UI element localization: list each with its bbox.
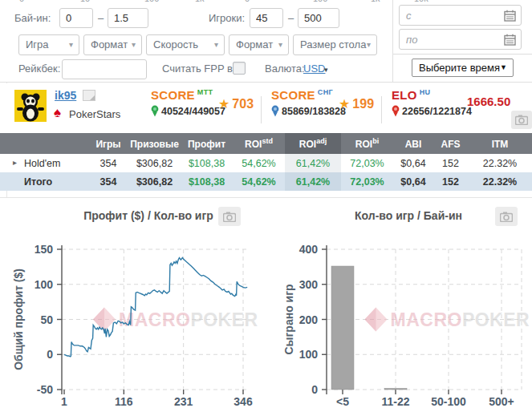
scale-label: 1k bbox=[371, 0, 380, 3]
games-bar-chart: 4003002001000<511-2250-100500+MACROPOKER… bbox=[277, 203, 532, 411]
cell: $108,38 bbox=[181, 154, 233, 172]
dropdown-value: Скорость bbox=[153, 38, 198, 50]
cell: 152 bbox=[433, 172, 468, 191]
camera-screenshot-button[interactable] bbox=[511, 111, 532, 129]
currency-value-link[interactable]: USD bbox=[303, 59, 325, 79]
header-roi-std: ROIstd bbox=[233, 133, 285, 154]
speed-dropdown[interactable]: Скорость▾ bbox=[146, 34, 225, 55]
dropdown-value: Игра bbox=[26, 38, 49, 50]
star-icon: ★ bbox=[339, 97, 350, 111]
note-icon[interactable] bbox=[83, 90, 95, 101]
chevron-down-icon: ▾ bbox=[214, 35, 218, 55]
svg-text:300: 300 bbox=[299, 278, 319, 291]
score-mtt-stars: ★703 bbox=[218, 96, 254, 111]
scale-label: 10k bbox=[414, 0, 428, 3]
score-sup: MTT bbox=[197, 88, 213, 96]
header-profit: Профит bbox=[181, 133, 233, 154]
scale-label: 100 bbox=[313, 0, 327, 3]
svg-text:50-100: 50-100 bbox=[431, 395, 466, 408]
chevron-down-icon: ▾ bbox=[132, 35, 136, 55]
svg-text:100: 100 bbox=[35, 278, 54, 291]
panel-divider bbox=[393, 54, 532, 55]
calendar-icon[interactable] bbox=[504, 10, 516, 22]
header-itm: ITM bbox=[468, 133, 532, 154]
time-select[interactable]: Выберите время▼ bbox=[412, 59, 514, 77]
score-label: ELO bbox=[392, 88, 417, 102]
players-max-input[interactable] bbox=[298, 8, 339, 28]
calendar-icon[interactable] bbox=[504, 34, 516, 46]
table-row-holdem[interactable]: ▸Hold'em 354 $306,82 $108,38 54,62% 61,4… bbox=[0, 154, 532, 172]
divider bbox=[381, 96, 382, 123]
rakeback-label: Рейкбек: bbox=[18, 59, 60, 79]
svg-text:231: 231 bbox=[174, 395, 193, 408]
range-dash: – bbox=[98, 8, 104, 29]
player-summary: ik95 ♠ PokerStars SCOREMTT 40524/449057 … bbox=[0, 83, 532, 133]
dropdown-value: Формат bbox=[236, 38, 273, 50]
cell: 54,62% bbox=[233, 154, 285, 172]
score-label: SCORE bbox=[271, 88, 315, 102]
buyin-min-input[interactable] bbox=[59, 8, 93, 28]
score-label: SCORE bbox=[151, 88, 195, 102]
scale-label: 0 bbox=[19, 0, 24, 3]
header-afs: AFS bbox=[433, 133, 468, 154]
scale-label: 10 bbox=[80, 0, 90, 3]
svg-text:400: 400 bbox=[299, 243, 319, 256]
table-header-row: Игры Призовые Профит ROIstd ROIadj ROIbi… bbox=[0, 133, 532, 154]
chevron-down-icon: ▼ bbox=[500, 59, 507, 76]
cell: 354 bbox=[88, 154, 128, 172]
cell: 54,62% bbox=[233, 172, 285, 191]
elo-value: 1666.50 bbox=[467, 95, 510, 108]
cell: 61,42% bbox=[285, 172, 341, 191]
medal-icon bbox=[151, 105, 159, 117]
currency-label: Валюта: bbox=[265, 59, 305, 79]
svg-text:100: 100 bbox=[299, 348, 319, 361]
macropoker-stats-page: 0 10 100 1k 0 100 1k 10k Бай-ин: – Игрок… bbox=[0, 0, 532, 416]
expand-arrow-icon[interactable]: ▸ bbox=[13, 158, 17, 167]
avatar bbox=[14, 90, 47, 122]
cell: $306,82 bbox=[128, 172, 181, 191]
dropdown-value: Размер стола bbox=[300, 38, 366, 50]
svg-text:-50: -50 bbox=[37, 383, 53, 396]
buyin-max-input[interactable] bbox=[108, 8, 148, 28]
players-min-input[interactable] bbox=[250, 8, 283, 28]
svg-text:50: 50 bbox=[40, 313, 53, 326]
format-dropdown[interactable]: Формат▾ bbox=[83, 34, 142, 55]
username-link[interactable]: ik95 bbox=[55, 89, 76, 102]
cell: 354 bbox=[88, 172, 128, 191]
svg-text:0: 0 bbox=[311, 383, 318, 396]
star-value: 703 bbox=[232, 97, 254, 111]
cell: 152 bbox=[433, 154, 468, 172]
svg-text:0: 0 bbox=[47, 348, 53, 361]
score-sup: СНГ bbox=[318, 88, 333, 96]
range-dash: – bbox=[288, 8, 294, 29]
format2-dropdown[interactable]: Формат▾ bbox=[229, 34, 289, 55]
table-size-dropdown[interactable]: Размер стола▾ bbox=[293, 34, 377, 55]
header-games: Игры bbox=[88, 133, 128, 154]
svg-text:1: 1 bbox=[61, 395, 67, 408]
cell: $0,64 bbox=[393, 154, 433, 172]
header-empty bbox=[0, 133, 88, 154]
score-sup: HU bbox=[420, 88, 431, 96]
svg-text:116: 116 bbox=[115, 395, 133, 408]
svg-text:346: 346 bbox=[234, 395, 253, 408]
game-dropdown[interactable]: Игра▾ bbox=[18, 34, 79, 55]
svg-text:Сыграно игр: Сыграно игр bbox=[282, 284, 295, 354]
svg-text:150: 150 bbox=[35, 243, 54, 256]
row-name: ▸Hold'em bbox=[0, 154, 88, 172]
star-value: 199 bbox=[352, 97, 374, 111]
scale-label: 0 bbox=[245, 0, 250, 3]
poker-room-name: PokerStars bbox=[69, 108, 120, 120]
rakeback-input[interactable] bbox=[62, 59, 147, 79]
camera-icon bbox=[515, 115, 528, 125]
fpp-checkbox[interactable] bbox=[233, 62, 246, 75]
cell: $306,82 bbox=[128, 154, 181, 172]
scale-label: 1k bbox=[195, 0, 205, 3]
scale-label: 100 bbox=[144, 0, 159, 3]
svg-text:<5: <5 bbox=[336, 395, 349, 408]
buyin-label: Бай-ин: bbox=[14, 8, 51, 29]
header-roi-adj: ROIadj bbox=[285, 133, 341, 154]
chevron-down-icon: ▾ bbox=[278, 35, 282, 55]
score-sng-stars: ★199 bbox=[339, 96, 374, 111]
medal-icon bbox=[271, 105, 279, 117]
score-sng-block: SCOREСНГ 85869/183828 bbox=[271, 88, 346, 117]
